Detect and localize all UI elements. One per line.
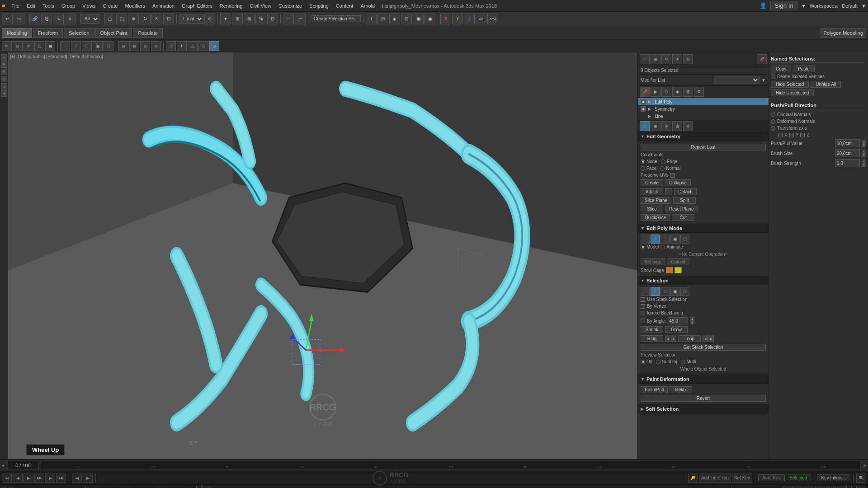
- set-key-btn[interactable]: Set Key: [732, 474, 752, 483]
- attach-btn[interactable]: Attach: [641, 188, 663, 195]
- select-move-btn[interactable]: ⊕: [128, 14, 139, 24]
- menu-group[interactable]: Group: [58, 2, 79, 9]
- udemy-btn[interactable]: udemy: [856, 486, 866, 488]
- edit-poly-mode-header[interactable]: ▼ Edit Poly Mode: [638, 224, 769, 233]
- polygon-modeling-dropdown[interactable]: Polygon Modeling: [821, 28, 866, 38]
- unlink-button[interactable]: ⛓: [41, 14, 52, 24]
- slice-plane-btn[interactable]: Slice Plane: [641, 197, 671, 204]
- modifier-list-dropdown[interactable]: [714, 76, 760, 84]
- timeline-next-btn[interactable]: ►: [862, 460, 868, 471]
- select-region-btn[interactable]: ⬚: [116, 14, 127, 24]
- y-axis-btn[interactable]: Y: [452, 14, 463, 24]
- select-scale-btn[interactable]: ⇱: [151, 14, 162, 24]
- search-btn[interactable]: 🔍: [856, 474, 866, 483]
- loop-spin2[interactable]: ▶: [708, 335, 714, 342]
- populate-btn[interactable]: Populate: [133, 28, 162, 38]
- quickslice-btn[interactable]: QuickSlice: [641, 214, 670, 221]
- x-axis-check[interactable]: [778, 133, 783, 137]
- bt-go-start[interactable]: ⏮: [783, 486, 793, 488]
- paint-deformation-header[interactable]: ▼ Paint Deformation: [638, 375, 769, 384]
- detach-btn[interactable]: Detach: [674, 188, 697, 195]
- render-btn[interactable]: ◉: [425, 14, 435, 24]
- border-mode-btn[interactable]: □: [82, 41, 92, 51]
- revert-btn[interactable]: Revert: [641, 395, 766, 402]
- brush-strength-input[interactable]: [835, 159, 860, 167]
- hide-unselected-btn[interactable]: Hide Unselected: [771, 89, 814, 96]
- mini-btn-4[interactable]: ◻: [34, 41, 44, 51]
- left-icon-move[interactable]: +: [1, 54, 7, 61]
- panel-add-icon[interactable]: +: [640, 54, 650, 64]
- mirror-btn[interactable]: ⊣: [283, 14, 294, 24]
- modifier-symmetry[interactable]: ● ▶ Symmetry: [638, 105, 769, 113]
- schematic-btn[interactable]: ⊞: [377, 14, 388, 24]
- transform-axis-radio[interactable]: [771, 126, 775, 131]
- mod-pin-active-icon[interactable]: 📌: [640, 87, 650, 97]
- menu-arnold[interactable]: Arnold: [357, 2, 378, 9]
- zx-btn[interactable]: ZX: [476, 14, 486, 24]
- object-paint-btn[interactable]: Object Paint: [95, 28, 132, 38]
- menu-customize[interactable]: Customize: [275, 2, 306, 9]
- mod-config-icon[interactable]: ⚙: [694, 87, 704, 97]
- bind-space-warp[interactable]: ∿: [53, 14, 64, 24]
- pushpull-btn[interactable]: Push/Pull: [641, 386, 668, 393]
- soft-selection-header[interactable]: ▶ Soft Selection: [638, 405, 769, 413]
- modifier-line[interactable]: ▶ Line: [638, 113, 769, 120]
- copy-named-btn[interactable]: Copy: [771, 66, 791, 72]
- menu-graph-editors[interactable]: Graph Editors: [178, 2, 216, 9]
- panel-utilities-icon[interactable]: ⚙: [683, 54, 693, 64]
- percent-snap[interactable]: %: [255, 14, 266, 24]
- link-button[interactable]: 🔗: [29, 14, 40, 24]
- settings-btn[interactable]: Settings: [641, 258, 665, 265]
- use-pivot-btn[interactable]: ⊛: [204, 14, 215, 24]
- workspaces-dropdown-icon[interactable]: ▼: [861, 3, 866, 9]
- bt-prev-frame[interactable]: ◀: [793, 486, 803, 488]
- deformed-normals-radio[interactable]: [771, 119, 775, 124]
- brush-strength-spin-up[interactable]: ▲: [862, 160, 866, 163]
- ring-btn[interactable]: ⊠: [129, 41, 139, 51]
- menu-file[interactable]: File: [8, 2, 23, 9]
- panel-hierarchy-icon[interactable]: ⊞: [651, 54, 660, 64]
- chamfer-btn[interactable]: ◇: [166, 41, 176, 51]
- prev-key-btn[interactable]: ◀: [72, 474, 82, 483]
- constraint-edge[interactable]: Edge: [661, 159, 677, 164]
- undo-button[interactable]: ↩: [2, 14, 13, 24]
- brush-strength-spin-down[interactable]: ▼: [862, 163, 866, 167]
- mod-expand-line[interactable]: ▶: [648, 114, 651, 118]
- left-icon-light[interactable]: ☀: [1, 90, 7, 97]
- pushpull-spin-up[interactable]: ▲: [862, 140, 866, 143]
- brush-size-spin-up[interactable]: ▲: [862, 150, 866, 153]
- by-angle-spinner[interactable]: ▲ ▼: [690, 317, 694, 324]
- mod-stack-icon-4[interactable]: 🗑: [672, 121, 682, 131]
- element-mode-btn[interactable]: ⬡: [104, 41, 113, 51]
- mini-btn-2[interactable]: ⊡: [13, 41, 23, 51]
- animate-radio[interactable]: Animate: [660, 244, 683, 249]
- delete-isolated-check[interactable]: [771, 75, 775, 79]
- select-rotate-btn[interactable]: ↻: [140, 14, 151, 24]
- connect-btn[interactable]: ⊞: [209, 41, 219, 51]
- key-filters-btn[interactable]: Key Filters...: [817, 474, 850, 481]
- paste-named-btn[interactable]: Paste: [793, 66, 815, 72]
- cut-btn[interactable]: Cut: [672, 214, 694, 221]
- grow-sel-btn[interactable]: ⊕: [140, 41, 150, 51]
- mod-display-subtree-icon[interactable]: ⬡: [661, 87, 671, 97]
- create-selection-btn[interactable]: Create Selection Se...: [311, 15, 361, 22]
- z-axis-btn[interactable]: Z: [464, 14, 475, 24]
- menu-modifiers[interactable]: Modifiers: [121, 2, 149, 9]
- sel-element-icon[interactable]: ⬡: [680, 287, 689, 296]
- pushpull-spin-down[interactable]: ▼: [862, 143, 866, 147]
- create-btn[interactable]: Create: [641, 179, 663, 186]
- mod-stack-icon-1[interactable]: ⬡: [640, 121, 650, 131]
- left-icon-link[interactable]: ⬥: [1, 83, 7, 89]
- menu-scripting[interactable]: Scripting: [306, 2, 332, 9]
- constraint-none[interactable]: None: [641, 159, 657, 164]
- panel-motion-icon[interactable]: ↻: [661, 54, 671, 64]
- panel-display-icon[interactable]: 👁: [672, 54, 682, 64]
- edge-icon[interactable]: /: [651, 235, 660, 244]
- mini-btn-3[interactable]: ↺: [24, 41, 33, 51]
- cage-swatch-orange[interactable]: [666, 267, 673, 273]
- use-stack-check[interactable]: [641, 297, 645, 302]
- cancel-btn[interactable]: Cancel: [667, 258, 689, 265]
- mini-btn-5[interactable]: ◼: [45, 41, 55, 51]
- shrink-btn[interactable]: Shrink: [641, 326, 663, 333]
- key-mode-btn[interactable]: 🔑: [688, 474, 698, 483]
